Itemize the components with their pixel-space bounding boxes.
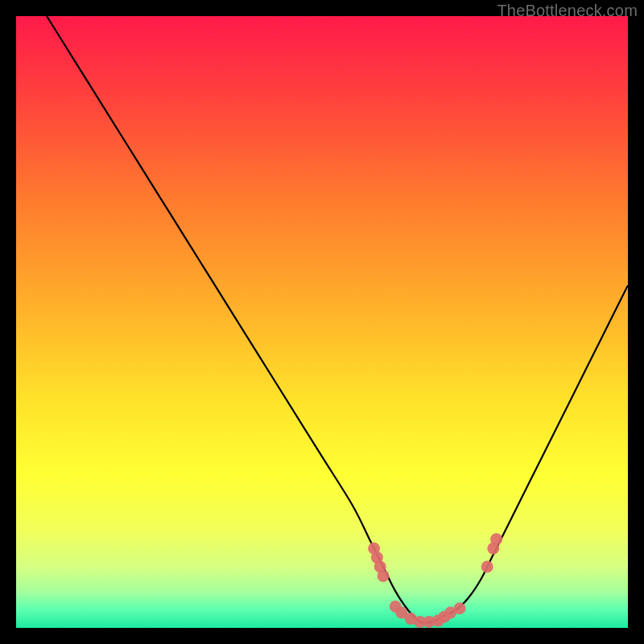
data-point xyxy=(490,533,502,545)
data-point xyxy=(378,570,390,582)
data-point xyxy=(454,602,466,614)
bottleneck-chart xyxy=(16,16,628,628)
chart-frame xyxy=(16,16,628,628)
data-point xyxy=(481,561,493,573)
gradient-background xyxy=(16,16,628,628)
watermark-text: TheBottleneck.com xyxy=(497,2,638,20)
